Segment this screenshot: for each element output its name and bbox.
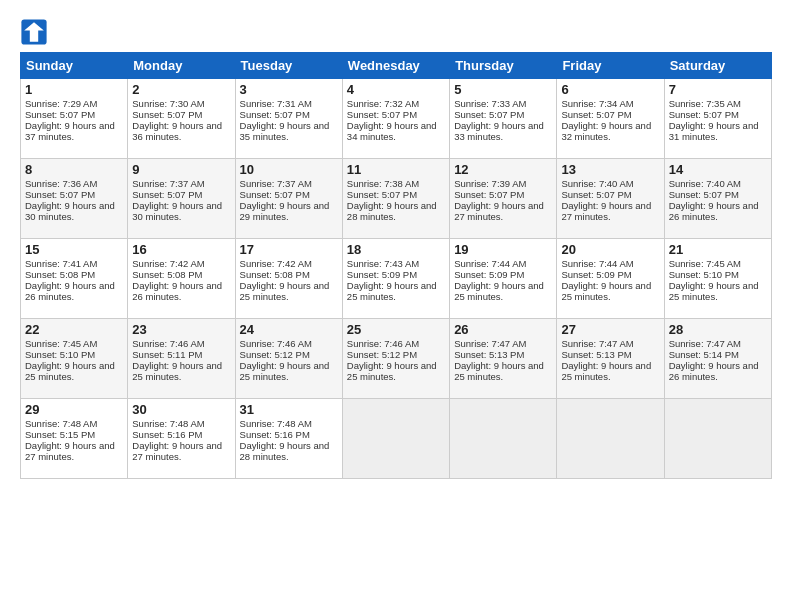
- daylight-text: Daylight: 9 hours and 25 minutes.: [240, 280, 330, 302]
- daylight-text: Daylight: 9 hours and 30 minutes.: [25, 200, 115, 222]
- sunset-text: Sunset: 5:07 PM: [454, 189, 524, 200]
- calendar-cell: [664, 399, 771, 479]
- sunset-text: Sunset: 5:08 PM: [132, 269, 202, 280]
- calendar-table: SundayMondayTuesdayWednesdayThursdayFrid…: [20, 52, 772, 479]
- sunrise-text: Sunrise: 7:40 AM: [669, 178, 741, 189]
- weekday-header-monday: Monday: [128, 53, 235, 79]
- calendar-cell: 5 Sunrise: 7:33 AM Sunset: 5:07 PM Dayli…: [450, 79, 557, 159]
- calendar-cell: 14 Sunrise: 7:40 AM Sunset: 5:07 PM Dayl…: [664, 159, 771, 239]
- calendar-cell: [557, 399, 664, 479]
- calendar-cell: 9 Sunrise: 7:37 AM Sunset: 5:07 PM Dayli…: [128, 159, 235, 239]
- sunrise-text: Sunrise: 7:35 AM: [669, 98, 741, 109]
- day-number: 14: [669, 162, 767, 177]
- calendar-cell: 11 Sunrise: 7:38 AM Sunset: 5:07 PM Dayl…: [342, 159, 449, 239]
- daylight-text: Daylight: 9 hours and 25 minutes.: [347, 280, 437, 302]
- sunset-text: Sunset: 5:16 PM: [240, 429, 310, 440]
- day-number: 12: [454, 162, 552, 177]
- sunset-text: Sunset: 5:09 PM: [454, 269, 524, 280]
- sunrise-text: Sunrise: 7:39 AM: [454, 178, 526, 189]
- calendar-cell: 20 Sunrise: 7:44 AM Sunset: 5:09 PM Dayl…: [557, 239, 664, 319]
- day-number: 3: [240, 82, 338, 97]
- calendar-cell: 29 Sunrise: 7:48 AM Sunset: 5:15 PM Dayl…: [21, 399, 128, 479]
- sunset-text: Sunset: 5:07 PM: [454, 109, 524, 120]
- day-number: 1: [25, 82, 123, 97]
- sunset-text: Sunset: 5:07 PM: [240, 189, 310, 200]
- calendar-cell: 13 Sunrise: 7:40 AM Sunset: 5:07 PM Dayl…: [557, 159, 664, 239]
- sunrise-text: Sunrise: 7:44 AM: [454, 258, 526, 269]
- daylight-text: Daylight: 9 hours and 27 minutes.: [132, 440, 222, 462]
- calendar-cell: 2 Sunrise: 7:30 AM Sunset: 5:07 PM Dayli…: [128, 79, 235, 159]
- sunset-text: Sunset: 5:12 PM: [347, 349, 417, 360]
- sunrise-text: Sunrise: 7:32 AM: [347, 98, 419, 109]
- day-number: 26: [454, 322, 552, 337]
- calendar-cell: 1 Sunrise: 7:29 AM Sunset: 5:07 PM Dayli…: [21, 79, 128, 159]
- sunset-text: Sunset: 5:13 PM: [454, 349, 524, 360]
- sunrise-text: Sunrise: 7:47 AM: [669, 338, 741, 349]
- day-number: 15: [25, 242, 123, 257]
- sunset-text: Sunset: 5:14 PM: [669, 349, 739, 360]
- sunset-text: Sunset: 5:08 PM: [240, 269, 310, 280]
- sunset-text: Sunset: 5:07 PM: [132, 189, 202, 200]
- daylight-text: Daylight: 9 hours and 25 minutes.: [454, 280, 544, 302]
- calendar-cell: 23 Sunrise: 7:46 AM Sunset: 5:11 PM Dayl…: [128, 319, 235, 399]
- sunrise-text: Sunrise: 7:29 AM: [25, 98, 97, 109]
- day-number: 10: [240, 162, 338, 177]
- weekday-header-thursday: Thursday: [450, 53, 557, 79]
- sunrise-text: Sunrise: 7:37 AM: [132, 178, 204, 189]
- calendar-cell: 8 Sunrise: 7:36 AM Sunset: 5:07 PM Dayli…: [21, 159, 128, 239]
- day-number: 13: [561, 162, 659, 177]
- daylight-text: Daylight: 9 hours and 25 minutes.: [454, 360, 544, 382]
- calendar-cell: [342, 399, 449, 479]
- day-number: 4: [347, 82, 445, 97]
- daylight-text: Daylight: 9 hours and 28 minutes.: [347, 200, 437, 222]
- calendar-cell: [450, 399, 557, 479]
- sunrise-text: Sunrise: 7:43 AM: [347, 258, 419, 269]
- sunrise-text: Sunrise: 7:45 AM: [25, 338, 97, 349]
- sunrise-text: Sunrise: 7:42 AM: [240, 258, 312, 269]
- calendar-cell: 16 Sunrise: 7:42 AM Sunset: 5:08 PM Dayl…: [128, 239, 235, 319]
- day-number: 27: [561, 322, 659, 337]
- sunrise-text: Sunrise: 7:47 AM: [561, 338, 633, 349]
- sunset-text: Sunset: 5:07 PM: [25, 189, 95, 200]
- daylight-text: Daylight: 9 hours and 26 minutes.: [25, 280, 115, 302]
- daylight-text: Daylight: 9 hours and 26 minutes.: [669, 360, 759, 382]
- day-number: 25: [347, 322, 445, 337]
- days-header-row: SundayMondayTuesdayWednesdayThursdayFrid…: [21, 53, 772, 79]
- calendar-cell: 7 Sunrise: 7:35 AM Sunset: 5:07 PM Dayli…: [664, 79, 771, 159]
- daylight-text: Daylight: 9 hours and 27 minutes.: [454, 200, 544, 222]
- day-number: 16: [132, 242, 230, 257]
- day-number: 20: [561, 242, 659, 257]
- sunset-text: Sunset: 5:09 PM: [561, 269, 631, 280]
- day-number: 23: [132, 322, 230, 337]
- sunrise-text: Sunrise: 7:45 AM: [669, 258, 741, 269]
- day-number: 30: [132, 402, 230, 417]
- day-number: 8: [25, 162, 123, 177]
- day-number: 24: [240, 322, 338, 337]
- sunrise-text: Sunrise: 7:44 AM: [561, 258, 633, 269]
- week-row-4: 22 Sunrise: 7:45 AM Sunset: 5:10 PM Dayl…: [21, 319, 772, 399]
- sunrise-text: Sunrise: 7:47 AM: [454, 338, 526, 349]
- calendar-cell: 15 Sunrise: 7:41 AM Sunset: 5:08 PM Dayl…: [21, 239, 128, 319]
- daylight-text: Daylight: 9 hours and 31 minutes.: [669, 120, 759, 142]
- daylight-text: Daylight: 9 hours and 32 minutes.: [561, 120, 651, 142]
- daylight-text: Daylight: 9 hours and 34 minutes.: [347, 120, 437, 142]
- day-number: 7: [669, 82, 767, 97]
- day-number: 17: [240, 242, 338, 257]
- week-row-3: 15 Sunrise: 7:41 AM Sunset: 5:08 PM Dayl…: [21, 239, 772, 319]
- calendar-cell: 27 Sunrise: 7:47 AM Sunset: 5:13 PM Dayl…: [557, 319, 664, 399]
- day-number: 31: [240, 402, 338, 417]
- calendar-cell: 22 Sunrise: 7:45 AM Sunset: 5:10 PM Dayl…: [21, 319, 128, 399]
- sunrise-text: Sunrise: 7:46 AM: [347, 338, 419, 349]
- day-number: 9: [132, 162, 230, 177]
- daylight-text: Daylight: 9 hours and 25 minutes.: [669, 280, 759, 302]
- calendar-cell: 17 Sunrise: 7:42 AM Sunset: 5:08 PM Dayl…: [235, 239, 342, 319]
- day-number: 11: [347, 162, 445, 177]
- week-row-2: 8 Sunrise: 7:36 AM Sunset: 5:07 PM Dayli…: [21, 159, 772, 239]
- sunrise-text: Sunrise: 7:33 AM: [454, 98, 526, 109]
- logo: [20, 18, 52, 46]
- sunset-text: Sunset: 5:08 PM: [25, 269, 95, 280]
- sunset-text: Sunset: 5:07 PM: [132, 109, 202, 120]
- sunset-text: Sunset: 5:07 PM: [669, 189, 739, 200]
- calendar-cell: 30 Sunrise: 7:48 AM Sunset: 5:16 PM Dayl…: [128, 399, 235, 479]
- day-number: 29: [25, 402, 123, 417]
